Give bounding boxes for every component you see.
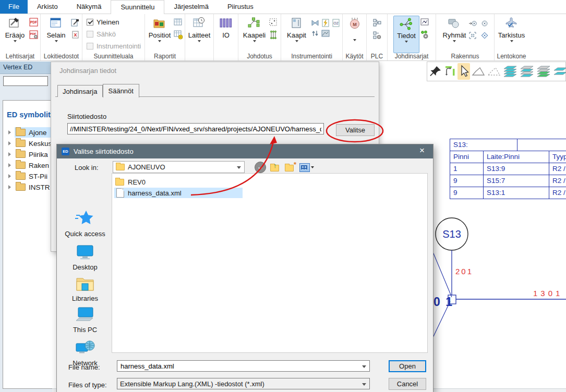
- tab-suunnittelu[interactable]: Suunnittelu: [111, 0, 164, 15]
- x-ref-icon[interactable]: [480, 19, 489, 28]
- diamond-x-icon[interactable]: [480, 31, 489, 40]
- list-item-folder[interactable]: REV0: [114, 177, 146, 187]
- cancel-button[interactable]: Cancel: [389, 378, 426, 390]
- tree-item-keskus[interactable]: Keskus: [0, 138, 52, 149]
- file-dialog-titlebar[interactable]: ED Valitse siirtotiedosto: [57, 144, 433, 158]
- add-x-ref-icon[interactable]: [468, 19, 477, 28]
- tab-saannot[interactable]: Säännöt: [103, 84, 139, 97]
- kaapeli-button[interactable]: Kaapeli: [242, 16, 268, 53]
- transfer-file-input[interactable]: [67, 123, 324, 134]
- expand-chevron-icon[interactable]: [8, 152, 11, 156]
- network-icon: [75, 339, 95, 357]
- expand-chevron-icon[interactable]: [8, 130, 11, 134]
- tab-arkisto[interactable]: Arkisto: [28, 0, 67, 14]
- layers-teal-icon: [502, 64, 518, 79]
- tarkistus-button[interactable]: Tarkistus: [497, 16, 527, 53]
- kaytot-button[interactable]: M: [345, 16, 364, 53]
- place-this-pc[interactable]: This PC: [59, 306, 111, 334]
- tab-johdinsarja[interactable]: Johdinsarja: [57, 85, 103, 97]
- pan-rotate-tool[interactable]: [443, 63, 456, 80]
- file-name-input[interactable]: [119, 362, 369, 371]
- kaapit-button[interactable]: Kaapit: [284, 16, 310, 53]
- tree-item-piirika[interactable]: Piirika: [0, 149, 52, 160]
- tree-item-stpii[interactable]: ST-Pii: [0, 171, 52, 181]
- svg-text:X: X: [74, 32, 77, 38]
- table-filter-icon[interactable]: [174, 30, 183, 40]
- valitse-button[interactable]: Valitse: [336, 124, 375, 136]
- plc-settings-icon[interactable]: [372, 31, 382, 40]
- eraajo-button[interactable]: Eräajo: [2, 16, 28, 53]
- pdf-report-icon[interactable]: PDF: [29, 18, 39, 27]
- layers-partial-tool[interactable]: [552, 63, 566, 80]
- signal-doc-icon[interactable]: [321, 19, 330, 27]
- new-folder-icon[interactable]: [285, 163, 295, 172]
- group-rakennus: Ryhmät Rakennus: [436, 14, 495, 60]
- pin-tool[interactable]: [429, 63, 442, 80]
- place-desktop[interactable]: Desktop: [59, 243, 111, 271]
- log-tool-icon[interactable]: [70, 18, 80, 27]
- selection-area-icon[interactable]: [269, 18, 278, 27]
- harness-settings-icon[interactable]: [420, 30, 430, 40]
- tree-header: ED symbolit: [7, 111, 51, 119]
- group-grid-icon[interactable]: [468, 31, 477, 40]
- expand-chevron-icon[interactable]: [8, 185, 11, 189]
- tree-item-instr[interactable]: INSTR: [0, 182, 52, 192]
- checkbox-instrumentointi[interactable]: Instrumentointi: [87, 41, 143, 52]
- tree-item-raken[interactable]: Raken: [0, 160, 52, 170]
- ryhmat-button[interactable]: Ryhmät: [441, 16, 467, 53]
- plc-tree-icon[interactable]: [372, 18, 382, 28]
- select-tool[interactable]: [457, 63, 470, 80]
- look-in-combo[interactable]: AJONEUVO: [113, 161, 245, 173]
- dropdown-caret-icon: [14, 40, 17, 42]
- layers-partial-icon: [552, 64, 566, 79]
- valve-icon[interactable]: [311, 19, 319, 27]
- pdf-settings-icon[interactable]: PDF: [29, 30, 39, 40]
- panel-image-icon[interactable]: [321, 29, 330, 38]
- table-report-icon[interactable]: [174, 18, 183, 27]
- cable-bundle-icon[interactable]: [269, 30, 278, 40]
- file-name-combo[interactable]: [117, 360, 370, 372]
- tab-jarjestelma[interactable]: Järjestelmä: [164, 0, 218, 14]
- group-lehtisarjat: Eräajo PDF PDF Lehtisarjat: [0, 14, 41, 60]
- io-button[interactable]: IO: [215, 16, 237, 53]
- back-icon[interactable]: [255, 162, 266, 173]
- laitteet-button[interactable]: Laitteet: [186, 16, 212, 53]
- expand-chevron-icon[interactable]: [8, 141, 11, 145]
- tab-nakyma[interactable]: Näkymä: [67, 0, 111, 14]
- checkbox-yleinen[interactable]: Yleinen: [87, 17, 143, 28]
- positiot-button[interactable]: Positiot: [147, 16, 173, 53]
- close-icon[interactable]: [416, 145, 428, 156]
- file-list[interactable]: REV0 harness_data.xml: [112, 173, 428, 353]
- selain-button[interactable]: Selain: [43, 16, 69, 53]
- layers-green-icon: [536, 64, 551, 79]
- dropdown-caret-icon: [158, 40, 161, 42]
- polygon-tool[interactable]: [471, 63, 486, 80]
- ribbon: Eräajo PDF PDF Lehtisarjat Selain: [0, 14, 566, 61]
- layers-mixed-tool[interactable]: [519, 63, 535, 80]
- transfer-icon[interactable]: [311, 29, 319, 38]
- expand-chevron-icon[interactable]: [8, 174, 11, 178]
- folder-icon: [116, 164, 125, 170]
- place-quick-access[interactable]: Quick access: [59, 209, 111, 238]
- polygon-dashed-tool[interactable]: [487, 63, 501, 80]
- tiedot-button[interactable]: Tiedot: [393, 16, 419, 53]
- xml-log-icon[interactable]: X: [70, 30, 80, 40]
- tab-file[interactable]: File: [0, 0, 28, 14]
- look-in-label: Look in:: [75, 164, 99, 172]
- symbol-search-input[interactable]: [3, 76, 48, 86]
- cable-net-icon: [248, 17, 261, 30]
- file-type-combo[interactable]: Extensible Markup Lang.(XML) -tiedostot …: [117, 378, 370, 389]
- tab-piirustus[interactable]: Piirustus: [218, 0, 263, 14]
- open-button[interactable]: Open: [389, 360, 426, 372]
- harness-chart-icon[interactable]: [420, 18, 430, 27]
- o2-doc-icon[interactable]: O2: [332, 19, 340, 27]
- expand-chevron-icon[interactable]: [8, 163, 11, 167]
- view-menu-button[interactable]: [299, 163, 314, 172]
- tree-item-ajoneuvo[interactable]: Ajone: [0, 127, 52, 138]
- layers-green-tool[interactable]: [536, 63, 551, 80]
- checkbox-sahko[interactable]: Sähkö: [87, 29, 143, 40]
- list-item-file-selected[interactable]: harness_data.xml: [114, 188, 182, 198]
- up-folder-icon[interactable]: [270, 163, 281, 172]
- place-libraries[interactable]: Libraries: [59, 275, 111, 302]
- layers-teal-tool[interactable]: [502, 63, 518, 80]
